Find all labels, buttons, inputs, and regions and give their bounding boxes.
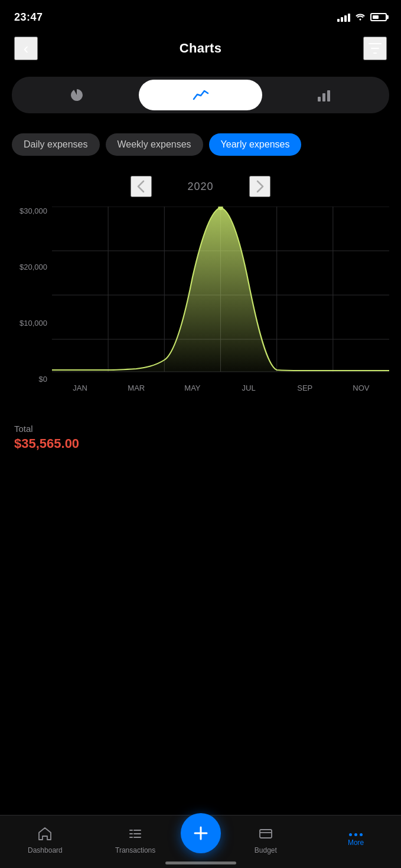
chart-type-tabs — [12, 77, 389, 113]
status-time: 23:47 — [14, 11, 43, 24]
total-amount: $35,565.00 — [14, 436, 387, 451]
line-chart — [52, 207, 389, 384]
chart-container: $30,000 $20,000 $10,000 $0 — [0, 207, 401, 413]
nav-transactions[interactable]: Transactions — [90, 820, 181, 854]
xaxis-sep: SEP — [277, 384, 333, 392]
xaxis-mar: MAR — [108, 384, 164, 392]
yaxis-20000: $20,000 — [12, 263, 47, 271]
svg-rect-0 — [318, 97, 321, 101]
svg-rect-2 — [327, 90, 330, 101]
year-navigation: 2020 — [0, 162, 401, 207]
header: ‹ Charts — [0, 31, 401, 72]
xaxis-jan: JAN — [52, 384, 108, 392]
battery-icon — [370, 13, 387, 21]
nav-budget[interactable]: Budget — [221, 820, 311, 854]
xaxis-jul: JUL — [221, 384, 277, 392]
svg-rect-19 — [260, 830, 272, 838]
next-year-button[interactable] — [249, 176, 270, 197]
nav-more-label: More — [348, 838, 364, 847]
nav-budget-label: Budget — [255, 846, 277, 854]
page-title: Charts — [180, 41, 222, 56]
signal-icon — [337, 12, 350, 22]
filter-daily[interactable]: Daily expenses — [12, 133, 100, 156]
filter-weekly[interactable]: Weekly expenses — [106, 133, 203, 156]
chart-fill-area — [52, 208, 389, 372]
nav-more[interactable]: More — [311, 827, 401, 847]
year-label: 2020 — [187, 181, 213, 193]
nav-add[interactable] — [181, 821, 221, 853]
yaxis-0: $0 — [12, 375, 47, 384]
x-axis: JAN MAR MAY JUL SEP NOV — [52, 384, 389, 392]
status-bar: 23:47 — [0, 0, 401, 31]
expense-filters: Daily expenses Weekly expenses Yearly ex… — [0, 127, 401, 162]
home-indicator — [165, 862, 236, 864]
xaxis-may: MAY — [164, 384, 220, 392]
filter-button[interactable] — [363, 37, 387, 60]
nav-dashboard[interactable]: Dashboard — [0, 820, 90, 854]
filter-yearly[interactable]: Yearly expenses — [209, 133, 302, 156]
yaxis-10000: $10,000 — [12, 319, 47, 327]
back-button[interactable]: ‹ — [14, 37, 38, 60]
bottom-nav: Dashboard Transactions — [0, 815, 401, 868]
wifi-icon — [355, 12, 366, 22]
total-section: Total $35,565.00 — [0, 413, 401, 451]
nav-transactions-label: Transactions — [115, 846, 155, 854]
svg-rect-1 — [322, 93, 325, 101]
tab-line[interactable] — [139, 80, 263, 110]
total-label: Total — [14, 424, 387, 434]
add-button[interactable] — [181, 813, 221, 853]
card-icon — [258, 826, 273, 844]
dots-icon — [349, 833, 363, 836]
list-icon — [128, 826, 143, 844]
yaxis-30000: $30,000 — [12, 207, 47, 215]
house-icon — [37, 826, 53, 844]
xaxis-nov: NOV — [333, 384, 389, 392]
nav-dashboard-label: Dashboard — [28, 846, 63, 854]
status-icons — [337, 12, 387, 22]
prev-year-button[interactable] — [131, 176, 152, 197]
tab-pie[interactable] — [15, 80, 139, 110]
tab-bar[interactable] — [262, 80, 386, 110]
